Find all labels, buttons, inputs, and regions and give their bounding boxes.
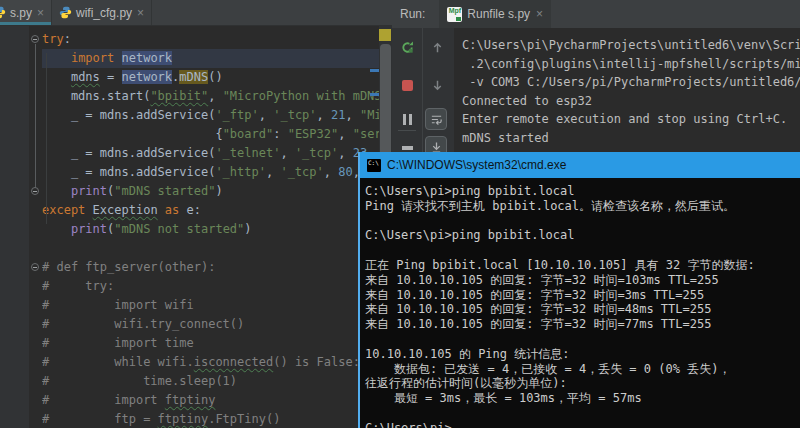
cmd-icon: C:\ [367,159,381,172]
cmd-line: 数据包: 已发送 = 4，已接收 = 4，丢失 = 0 (0% 丢失)， [365,362,800,377]
python-icon [59,6,72,19]
cmd-line: 往返行程的估计时间(以毫秒为单位): [365,376,800,391]
cmd-line: 正在 Ping bpibit.local [10.10.10.105] 具有 3… [365,258,800,273]
inspections-indicator[interactable] [379,29,391,41]
code-line[interactable]: # def ftp_server(other): [42,258,379,277]
code-line[interactable]: # import time [42,334,379,353]
code-line[interactable]: mdns = network.mDNS() [42,68,379,87]
cmd-window: C:\ C:\WINDOWS\system32\cmd.exe C:\Users… [358,152,800,428]
tool-window-stripe [0,26,30,428]
code-line[interactable]: # ftp = ftptiny.FtpTiny() [42,410,379,428]
run-header: Run: Mpf Runfile s.py × [392,0,800,28]
cmd-title: C:\WINDOWS\system32\cmd.exe [387,158,566,172]
cmd-body: C:\Users\pi>ping bpibit.localPing 请求找不到主… [360,178,800,428]
console-line: -v COM3 C:/Users/pi/PycharmProjects/unti… [462,73,800,92]
code-line[interactable]: # import wifi [42,296,379,315]
code-line[interactable]: mdns.start("bpibit", "MicroPython with m… [42,87,379,106]
editor-tab-bar: s.py × wifi_cfg.py × [0,0,392,26]
code-line[interactable]: except Exception as e: [42,201,379,220]
code-line[interactable] [42,239,379,258]
console-line: Connected to esp32 [462,92,800,111]
code-line[interactable]: # try: [42,277,379,296]
cmd-line [365,406,800,421]
run-label: Run: [400,7,425,21]
close-tab-icon[interactable]: × [137,7,144,19]
console-line: C:\Users\pi\PycharmProjects\untitled6\ve… [462,36,800,55]
code-line[interactable]: {"board": "ESP32", "service": "bpibit" [42,125,379,144]
editor-body: try: import network mdns = network.mDNS(… [0,26,392,428]
rerun-button[interactable] [396,36,418,58]
console-line: .2\config\plugins\intellij-mpfshell/scri… [462,55,800,74]
code-line[interactable]: try: [42,30,379,49]
cmd-line: C:\Users\pi> [365,421,800,428]
fold-gutter [30,26,42,428]
scrollbar-usage-mark [370,69,379,72]
cmd-line: C:\Users\pi>ping bpibit.local [365,184,800,199]
code-line[interactable]: print("mDNS started") [42,182,379,201]
close-run-tab-icon[interactable]: × [536,8,543,20]
cmd-line: 10.10.10.105 的 Ping 统计信息: [365,347,800,362]
stop-button[interactable] [396,74,418,96]
tab-label: wifi_cfg.py [76,6,132,20]
close-tab-icon[interactable]: × [37,7,44,19]
cmd-line [365,332,800,347]
code-line[interactable]: _ = mdns.addService('_http', '_tcp', 80,… [42,163,379,182]
scrollbar-thumb[interactable] [380,44,391,156]
editor-pane: s.py × wifi_cfg.py × try: import network… [0,0,392,428]
cmd-line: 来自 10.10.10.105 的回复: 字节=32 时间=48ms TTL=2… [365,302,800,317]
micropython-mpf-icon: Mpf [447,7,462,22]
indent-guide [46,53,47,224]
code-line[interactable]: _ = mdns.addService('_telnet', '_tcp', 2… [42,144,379,163]
cmd-line [365,243,800,258]
soft-wrap-toggle[interactable] [425,108,447,130]
cmd-titlebar[interactable]: C:\ C:\WINDOWS\system32\cmd.exe [360,152,800,178]
cmd-output[interactable]: C:\Users\pi>ping bpibit.localPing 请求找不到主… [360,178,800,428]
next-occurrence-button[interactable] [426,74,448,96]
pause-output-button[interactable] [396,108,418,130]
code-line[interactable]: _ = mdns.addService('_ftp', '_tcp', 21, … [42,106,379,125]
cmd-line: Ping 请求找不到主机 bpibit.local。请检查该名称，然后重试。 [365,199,800,214]
cmd-line [365,214,800,229]
toolbar-separator [398,130,416,131]
fold-range-line [35,44,36,188]
cmd-line: C:\Users\pi>ping bpibit.local [365,228,800,243]
fold-collapse-icon[interactable] [31,35,39,43]
cmd-line: 最短 = 3ms，最长 = 103ms，平均 = 57ms [365,391,800,406]
code-line[interactable]: # time.sleep(1) [42,372,379,391]
cmd-line: 来自 10.10.10.105 的回复: 字节=32 时间=3ms TTL=25… [365,288,800,303]
code-line[interactable]: # while wifi.isconnected() is False: [42,353,379,372]
code-area[interactable]: try: import network mdns = network.mDNS(… [42,30,379,428]
code-line[interactable]: # import ftptiny [42,391,379,410]
console-line: Enter remote execution and stop using Ct… [462,110,800,129]
editor-tab-wifi-cfg-py[interactable]: wifi_cfg.py × [52,0,152,25]
python-icon [0,6,6,19]
fold-end-icon[interactable] [31,187,39,195]
run-tab[interactable]: Mpf Runfile s.py × [439,0,551,28]
cmd-line: 来自 10.10.10.105 的回复: 字节=32 时间=77ms TTL=2… [365,317,800,332]
tab-label: s.py [10,6,32,20]
code-line[interactable]: print("mDNS not started") [42,220,379,239]
console-line: mDNS started [462,129,800,148]
editor-tab-s-py[interactable]: s.py × [0,0,52,25]
fold-collapse-icon[interactable] [31,263,39,271]
code-line[interactable]: import network [42,49,379,68]
code-line[interactable]: # wifi.try_connect() [42,315,379,334]
scrollbar-usage-mark [370,93,379,96]
prev-occurrence-button[interactable] [426,36,448,58]
run-tab-label: Runfile s.py [467,7,530,21]
cmd-line: 来自 10.10.10.105 的回复: 字节=32 时间=103ms TTL=… [365,273,800,288]
